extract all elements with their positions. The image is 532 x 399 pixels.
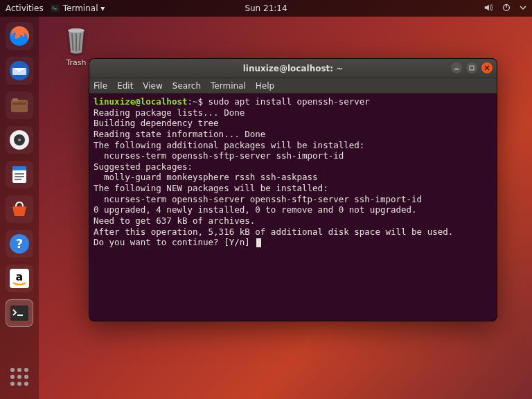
clock[interactable]: Sun 21:14 (245, 3, 287, 13)
trash-label: Trash (66, 58, 86, 67)
gnome-top-bar: Activities Terminal ▾ Sun 21:14 (0, 0, 532, 17)
app-menu-label: Terminal ▾ (63, 3, 105, 13)
terminal-window: linuxize@localhost: ~ File Edit View Sea… (89, 58, 497, 321)
window-maximize-button[interactable] (466, 62, 477, 73)
dock: ? a (0, 17, 39, 399)
close-icon (484, 65, 490, 71)
menu-help[interactable]: Help (256, 81, 274, 91)
svg-rect-12 (12, 166, 26, 170)
dock-item-software[interactable] (6, 195, 33, 223)
window-titlebar[interactable]: linuxize@localhost: ~ (89, 59, 497, 78)
dock-item-writer[interactable] (6, 161, 33, 188)
menu-file[interactable]: File (94, 81, 107, 91)
svg-rect-5 (11, 100, 28, 112)
svg-text:a: a (16, 270, 24, 283)
svg-rect-20 (10, 305, 28, 321)
svg-rect-14 (15, 176, 24, 177)
menu-edit[interactable]: Edit (117, 81, 133, 91)
terminal-body[interactable]: linuxize@localhost:~$ sudo apt install o… (89, 94, 497, 321)
dock-item-help[interactable]: ? (6, 230, 33, 258)
menu-terminal[interactable]: Terminal (211, 81, 246, 91)
svg-point-22 (68, 28, 85, 33)
svg-rect-2 (506, 3, 506, 7)
thunderbird-icon (8, 60, 30, 82)
software-icon (8, 198, 30, 220)
help-icon: ? (8, 233, 30, 255)
terminal-app-icon (8, 302, 30, 324)
app-menu[interactable]: Terminal ▾ (51, 3, 105, 13)
power-icon[interactable] (502, 3, 511, 15)
dock-item-thunderbird[interactable] (6, 57, 33, 85)
svg-point-10 (18, 139, 21, 141)
dock-item-terminal[interactable] (6, 299, 33, 327)
dock-item-firefox[interactable] (6, 22, 33, 50)
dock-item-rhythmbox[interactable] (6, 126, 33, 154)
window-close-button[interactable] (481, 62, 493, 73)
dock-item-files[interactable] (6, 91, 33, 119)
svg-rect-6 (12, 98, 18, 101)
system-menu-chevron-icon[interactable] (520, 3, 526, 13)
terminal-menubar: File Edit View Search Terminal Help (89, 78, 497, 94)
svg-rect-15 (15, 179, 21, 180)
maximize-icon (469, 65, 475, 71)
firefox-icon (8, 25, 30, 47)
terminal-icon (51, 3, 60, 13)
svg-rect-13 (15, 173, 24, 175)
trash-icon (62, 25, 90, 55)
svg-text:?: ? (16, 236, 23, 251)
menu-view[interactable]: View (143, 81, 162, 91)
activities-button[interactable]: Activities (6, 3, 44, 13)
minimize-icon (454, 65, 459, 71)
svg-rect-24 (470, 66, 474, 70)
svg-rect-23 (454, 69, 459, 70)
window-title: linuxize@localhost: ~ (243, 64, 344, 73)
svg-rect-0 (51, 5, 60, 12)
volume-icon[interactable] (484, 3, 493, 15)
menu-search[interactable]: Search (172, 81, 201, 91)
document-icon (8, 163, 30, 186)
files-icon (8, 94, 30, 116)
amazon-icon: a (8, 267, 30, 290)
window-minimize-button[interactable] (451, 62, 462, 73)
svg-rect-7 (12, 103, 26, 105)
dock-item-amazon[interactable]: a (6, 265, 33, 292)
music-icon (8, 129, 30, 151)
